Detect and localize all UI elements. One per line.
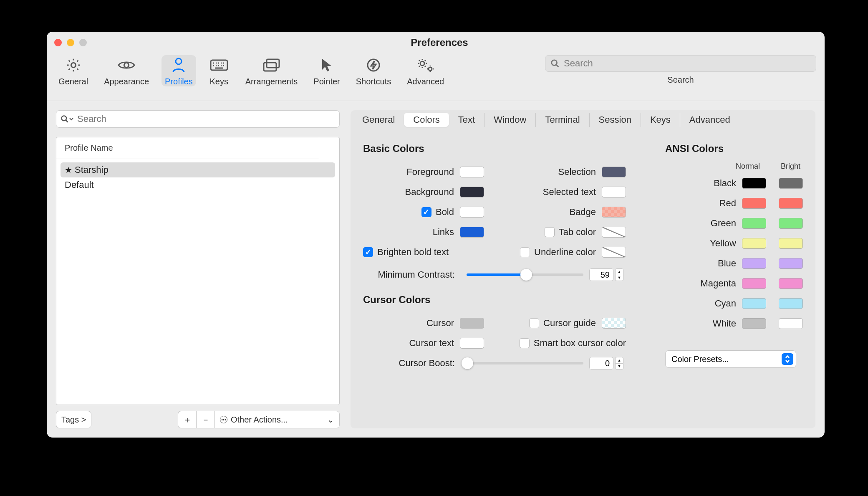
profile-name: Starship <box>75 164 108 175</box>
profile-row[interactable]: ★ Starship <box>61 162 335 177</box>
cursor-colors-heading: Cursor Colors <box>363 294 626 306</box>
ansi-normal-swatch[interactable] <box>742 178 766 189</box>
selection-color[interactable] <box>602 167 626 177</box>
tab-keys[interactable]: Keys <box>205 55 233 86</box>
svg-rect-4 <box>267 59 279 68</box>
search-icon <box>550 59 560 68</box>
ansi-bright-swatch[interactable] <box>779 278 803 289</box>
tab-shortcuts[interactable]: Shortcuts <box>353 55 394 86</box>
ansi-row: Cyan <box>665 294 803 314</box>
links-color[interactable] <box>460 227 484 238</box>
keyboard-icon <box>210 59 228 71</box>
profile-list-box: Profile Name ★ Starship Default <box>56 137 340 405</box>
toolbar-search-label: Search <box>667 75 694 85</box>
cursor-color[interactable] <box>460 318 484 329</box>
ansi-label: Red <box>719 198 736 209</box>
ansi-normal-swatch[interactable] <box>742 298 766 309</box>
cursor-guide-checkbox[interactable] <box>529 318 539 328</box>
profile-search-input[interactable] <box>76 113 335 125</box>
ansi-normal-swatch[interactable] <box>742 258 766 269</box>
tab-profiles[interactable]: Profiles <box>161 55 196 86</box>
ansi-row: Yellow <box>665 233 803 253</box>
tab-color-checkbox[interactable] <box>545 227 555 237</box>
gear-icon <box>66 57 81 73</box>
subtab-keys[interactable]: Keys <box>641 113 680 127</box>
tab-color-swatch[interactable] <box>602 227 626 238</box>
tab-appearance[interactable]: Appearance <box>101 55 152 86</box>
underline-color-checkbox[interactable] <box>520 247 530 257</box>
cursor-text-color[interactable] <box>460 338 484 349</box>
svg-point-2 <box>176 58 182 64</box>
tab-arrangements[interactable]: Arrangements <box>242 55 301 86</box>
smart-box-checkbox[interactable] <box>520 338 530 348</box>
bold-checkbox[interactable] <box>421 207 431 217</box>
profile-search[interactable] <box>56 110 340 128</box>
chevron-down-icon[interactable] <box>69 116 74 121</box>
ansi-bright-swatch[interactable] <box>779 238 803 249</box>
foreground-color[interactable] <box>460 167 484 177</box>
subtabs: General Colors Text Window Terminal Sess… <box>351 110 815 129</box>
tab-advanced[interactable]: Advanced <box>404 55 447 86</box>
ansi-normal-swatch[interactable] <box>742 238 766 249</box>
subtab-window[interactable]: Window <box>484 113 536 127</box>
search-icon <box>61 115 69 123</box>
ansi-bright-swatch[interactable] <box>779 218 803 229</box>
ansi-row: Red <box>665 193 803 213</box>
min-contrast-value[interactable]: 59 <box>589 268 613 281</box>
cursor-boost-value[interactable]: 0 <box>589 357 613 369</box>
ellipsis-icon: ••• <box>220 416 227 423</box>
star-icon: ★ <box>65 165 72 175</box>
color-presets-menu[interactable]: Color Presets... <box>665 350 796 368</box>
underline-color-swatch[interactable] <box>602 247 626 258</box>
ansi-label: Magenta <box>700 278 736 289</box>
other-actions-menu[interactable]: ••• Other Actions... ⌄ <box>214 411 340 428</box>
subtab-session[interactable]: Session <box>590 113 641 127</box>
ansi-bright-swatch[interactable] <box>779 318 803 329</box>
cursor-icon <box>320 58 333 73</box>
tags-button[interactable]: Tags > <box>56 411 91 428</box>
subtab-terminal[interactable]: Terminal <box>536 113 589 127</box>
ansi-normal-swatch[interactable] <box>742 318 766 329</box>
bold-color[interactable] <box>460 207 484 218</box>
ansi-bright-swatch[interactable] <box>779 198 803 209</box>
brighten-bold-checkbox[interactable] <box>363 247 373 257</box>
tab-pointer[interactable]: Pointer <box>310 55 343 86</box>
cursor-guide-color[interactable] <box>602 318 626 329</box>
ansi-bright-swatch[interactable] <box>779 258 803 269</box>
ansi-normal-swatch[interactable] <box>742 278 766 289</box>
subtab-general[interactable]: General <box>353 113 404 127</box>
ansi-bright-swatch[interactable] <box>779 178 803 189</box>
gears-icon <box>416 58 435 73</box>
sidebar: Profile Name ★ Starship Default Tags > ＋… <box>56 110 340 428</box>
toolbar-search[interactable] <box>545 55 816 72</box>
preferences-window: Preferences General Appearance Profiles … <box>47 32 825 438</box>
remove-profile-button[interactable]: － <box>196 411 214 428</box>
ansi-bright-swatch[interactable] <box>779 298 803 309</box>
subtab-advanced[interactable]: Advanced <box>680 113 739 127</box>
cursor-boost-slider[interactable] <box>467 362 583 364</box>
windows-icon <box>263 58 280 72</box>
basic-colors-heading: Basic Colors <box>363 143 626 154</box>
profile-editor: General Colors Text Window Terminal Sess… <box>351 110 815 428</box>
ansi-normal-swatch[interactable] <box>742 218 766 229</box>
chevron-down-icon: ⌄ <box>327 415 334 425</box>
ansi-label: White <box>713 318 736 329</box>
tab-general[interactable]: General <box>55 55 91 86</box>
subtab-colors[interactable]: Colors <box>404 113 449 127</box>
min-contrast-slider[interactable] <box>467 273 583 276</box>
close-icon[interactable] <box>54 39 62 46</box>
selected-text-color[interactable] <box>602 187 626 197</box>
toolbar-search-input[interactable] <box>563 58 811 69</box>
badge-color[interactable] <box>602 207 626 218</box>
ansi-normal-swatch[interactable] <box>742 198 766 209</box>
profile-row[interactable]: Default <box>61 177 335 192</box>
ansi-label: Black <box>714 178 736 189</box>
add-profile-button[interactable]: ＋ <box>178 411 196 428</box>
min-contrast-stepper[interactable]: ▲▼ <box>615 268 623 281</box>
subtab-text[interactable]: Text <box>449 113 484 127</box>
svg-point-7 <box>420 61 424 66</box>
chevron-up-down-icon <box>782 353 793 365</box>
cursor-boost-stepper[interactable]: ▲▼ <box>615 357 623 369</box>
ansi-label: Yellow <box>710 238 736 249</box>
background-color[interactable] <box>460 187 484 197</box>
